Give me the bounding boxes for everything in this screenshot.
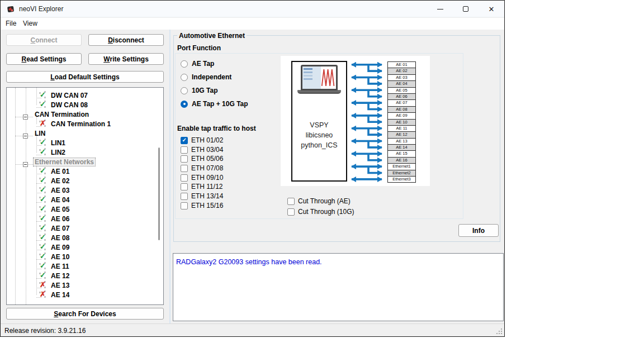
tree-item-ae-08[interactable]: ✓AE 08 (7, 233, 163, 242)
checkbox-eth-11-12[interactable]: ETH 11/12 (181, 183, 222, 190)
enabled-check-icon: ✓ (39, 167, 48, 175)
tree-item-ae-09[interactable]: ✓AE 09 (7, 242, 163, 252)
tree-item-lin[interactable]: LIN (7, 128, 163, 138)
enabled-check-icon: ✓ (39, 101, 48, 109)
port-function-label: Port Function (177, 44, 221, 52)
tree-item-lin2[interactable]: ✓LIN2 (7, 147, 163, 157)
tree-item-ae-10[interactable]: ✓AE 10 (7, 252, 163, 261)
radio-ae-tap-10g-tap[interactable]: AE Tap + 10G Tap (181, 99, 248, 108)
checkbox-eth-15-16[interactable]: ETH 15/16 (181, 202, 223, 209)
search-for-devices-button[interactable]: Search For Devices (6, 308, 164, 320)
tree-item-dw-can-07[interactable]: ✓DW CAN 07 (7, 90, 163, 100)
app-window: neoVI Explorer ✕ File View Connect Disco… (0, 0, 505, 337)
minimize-button[interactable] (427, 1, 453, 17)
menu-file[interactable]: File (6, 20, 16, 27)
checkbox-unchecked-icon (181, 202, 188, 209)
checkbox-cut-through-ae[interactable]: Cut Through (AE) (287, 197, 351, 205)
enabled-check-icon: ✓ (39, 196, 48, 204)
message-text: RADGalaxy2 G20093 settings have been rea… (176, 258, 322, 266)
tree-item-ae-11[interactable]: ✓AE 11 (7, 261, 163, 271)
radio-independent[interactable]: Independent (181, 73, 231, 82)
radio-off-icon (181, 87, 188, 94)
enabled-check-icon: ✓ (39, 205, 48, 213)
checkbox-unchecked-icon (287, 208, 295, 216)
tree-item-ae-06[interactable]: ✓AE 06 (7, 214, 163, 223)
tree-scrollbar[interactable] (158, 147, 160, 240)
tree-item-dw-can-08[interactable]: ✓DW CAN 08 (7, 100, 163, 109)
maximize-button[interactable] (453, 1, 479, 17)
enabled-check-icon: ✓ (39, 215, 48, 223)
enabled-check-icon: ✓ (39, 186, 48, 194)
port-label: Ethernet3 (387, 176, 416, 183)
release-revision: Release revision: 3.9.21.16 (4, 327, 86, 335)
window-title: neoVI Explorer (19, 5, 63, 13)
host-software-labels: VSPY libicsneo python_ICS (291, 120, 347, 150)
enabled-check-icon: ✓ (39, 148, 48, 156)
enabled-check-icon: ✓ (39, 243, 48, 251)
tree-item-ae-13[interactable]: ✗AE 13 (7, 280, 163, 290)
checkbox-unchecked-icon (181, 146, 188, 154)
load-default-settings-button[interactable]: Load Default Settings (6, 71, 164, 83)
tree-item-ae-14[interactable]: ✗AE 14 (7, 290, 163, 299)
tree-item-ae-03[interactable]: ✓AE 03 (7, 185, 163, 195)
disabled-cross-icon: ✗ (39, 290, 48, 299)
checkbox-checked-icon (181, 137, 188, 144)
enabled-check-icon: ✓ (39, 139, 48, 147)
tree-item-ae-07[interactable]: ✓AE 07 (7, 223, 163, 233)
panel-splitter[interactable] (169, 30, 171, 323)
enabled-check-icon: ✓ (39, 262, 48, 270)
arrow-connections (347, 61, 387, 183)
message-log: RADGalaxy2 G20093 settings have been rea… (173, 253, 504, 321)
radio-off-icon (181, 74, 188, 81)
radio-10g-tap[interactable]: 10G Tap (181, 86, 217, 95)
disabled-cross-icon: ✗ (39, 120, 48, 128)
disabled-cross-icon: ✗ (39, 281, 48, 289)
menu-view[interactable]: View (23, 20, 37, 27)
checkbox-unchecked-icon (287, 198, 295, 205)
enabled-check-icon: ✓ (39, 91, 48, 99)
connect-button[interactable]: Connect (6, 34, 82, 46)
resize-grip-icon[interactable] (496, 328, 503, 335)
tree-item-ae-12[interactable]: ✓AE 12 (7, 271, 163, 280)
radio-ae-tap[interactable]: AE Tap (181, 59, 214, 68)
tree-item-can-termination[interactable]: CAN Termination (7, 109, 163, 119)
tap-traffic-label: Enable tap traffic to host (177, 125, 256, 132)
tree-item-ae-02[interactable]: ✓AE 02 (7, 176, 163, 185)
checkbox-unchecked-icon (181, 174, 188, 182)
status-bar: Release revision: 3.9.21.16 (1, 323, 504, 336)
maximize-icon (463, 6, 468, 12)
port-list: AE 01 AE 02 AE 03 AE 04 AE 05 AE 06 AE 0… (387, 61, 416, 183)
group-title: Automotive Ethernet (177, 32, 247, 40)
checkbox-eth-09-10[interactable]: ETH 09/10 (181, 174, 223, 182)
tree-item-lin1[interactable]: ✓LIN1 (7, 138, 163, 147)
laptop-icon (297, 65, 341, 94)
read-settings-button[interactable]: Read Settings (6, 53, 82, 65)
tree-item-ae-01[interactable]: ✓AE 01 (7, 166, 163, 176)
checkbox-eth-01-02[interactable]: ETH 01/02 (181, 136, 223, 144)
enabled-check-icon: ✓ (39, 224, 48, 232)
enabled-check-icon: ✓ (39, 272, 48, 280)
tree-item-ae-04[interactable]: ✓AE 04 (7, 195, 163, 204)
checkbox-eth-13-14[interactable]: ETH 13/14 (181, 192, 223, 200)
tree-item-ethernet-networks[interactable]: Ethernet Networks (7, 157, 163, 166)
port-diagram: VSPY libicsneo python_ICS (281, 56, 430, 186)
app-icon (6, 4, 15, 13)
info-button[interactable]: Info (458, 224, 499, 237)
checkbox-cut-through-10g[interactable]: Cut Through (10G) (287, 208, 354, 216)
checkbox-eth-03-04[interactable]: ETH 03/04 (181, 146, 223, 154)
checkbox-eth-05-06[interactable]: ETH 05/06 (181, 155, 223, 163)
title-bar: neoVI Explorer ✕ (1, 1, 504, 17)
checkbox-eth-07-08[interactable]: ETH 07/08 (181, 164, 223, 172)
checkbox-unchecked-icon (181, 183, 188, 190)
tree-item-ae-05[interactable]: ✓AE 05 (7, 204, 163, 214)
enabled-check-icon: ✓ (39, 253, 48, 261)
radio-off-icon (181, 60, 188, 68)
tree-item-can-termination-1[interactable]: ✗CAN Termination 1 (7, 119, 163, 128)
write-settings-button[interactable]: Write Settings (88, 53, 164, 65)
device-tree: ✓DW CAN 07 ✓DW CAN 08 CAN Termination ✗C… (6, 87, 164, 305)
enabled-check-icon: ✓ (39, 177, 48, 185)
close-button[interactable]: ✕ (479, 1, 504, 17)
checkbox-unchecked-icon (181, 193, 188, 200)
disconnect-button[interactable]: Disconnect (88, 34, 164, 46)
minimize-icon (437, 9, 443, 9)
